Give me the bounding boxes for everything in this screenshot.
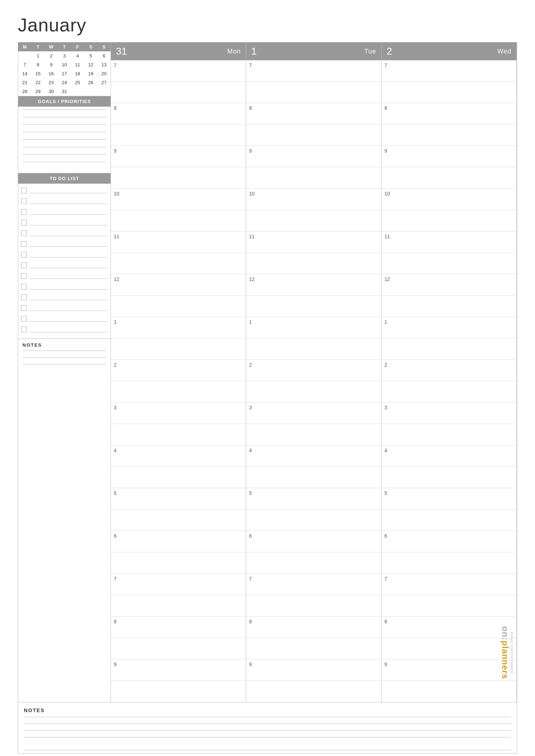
hour-slot-mon-10b[interactable] xyxy=(111,210,246,231)
todo-line-2[interactable] xyxy=(30,198,108,204)
hour-slot-mon-7b[interactable] xyxy=(111,82,246,103)
hour-slot-tue-1b[interactable] xyxy=(246,338,381,360)
todo-checkbox-13[interactable] xyxy=(21,316,27,322)
hour-slot-mon-7pb[interactable] xyxy=(111,595,246,617)
goal-line-7[interactable] xyxy=(22,154,106,155)
hour-slot-wed-12[interactable]: 12 xyxy=(382,274,516,296)
hour-slot-wed-9p[interactable]: 9 DOWNLOADED FROM on:planners xyxy=(382,659,516,681)
todo-line-5[interactable] xyxy=(30,230,108,236)
hour-slot-tue-1[interactable]: 1 xyxy=(246,317,381,338)
todo-line-7[interactable] xyxy=(30,252,108,257)
hour-slot-wed-3b[interactable] xyxy=(382,424,516,445)
todo-line-9[interactable] xyxy=(30,273,108,279)
hour-slot-mon-6b[interactable] xyxy=(111,552,246,574)
goal-line-5[interactable] xyxy=(22,139,106,140)
hour-slot-wed-1[interactable]: 1 xyxy=(382,317,516,338)
hour-slot-tue-9b[interactable] xyxy=(246,167,381,189)
hour-slot-mon-9[interactable]: 9 xyxy=(111,146,246,167)
hour-slot-mon-5b[interactable] xyxy=(111,510,246,531)
hour-slot-wed-8p[interactable]: 8 xyxy=(382,617,516,638)
bottom-notes-line-3[interactable] xyxy=(24,730,511,731)
hour-slot-wed-6b[interactable] xyxy=(382,552,516,574)
hour-slot-wed-11b[interactable] xyxy=(382,253,516,274)
hour-slot-mon-6[interactable]: 6 xyxy=(111,531,246,552)
hour-slot-mon-9b[interactable] xyxy=(111,167,246,189)
todo-checkbox-10[interactable] xyxy=(21,284,27,290)
todo-checkbox-2[interactable] xyxy=(21,198,27,204)
todo-line-10[interactable] xyxy=(30,284,108,290)
sidebar-notes-line-2[interactable] xyxy=(22,357,106,358)
hour-slot-mon-3b[interactable] xyxy=(111,424,246,445)
goal-line-1[interactable] xyxy=(22,109,106,110)
hour-slot-wed-9[interactable]: 9 xyxy=(382,146,516,167)
hour-slot-tue-9p[interactable]: 9 xyxy=(246,659,381,681)
hour-slot-mon-4[interactable]: 4 xyxy=(111,445,246,467)
hour-slot-tue-11[interactable]: 11 xyxy=(246,231,381,253)
hour-slot-mon-1[interactable]: 1 xyxy=(111,317,246,338)
bottom-notes-line-5[interactable] xyxy=(24,744,511,750)
hour-slot-mon-8b[interactable] xyxy=(111,124,246,146)
todo-checkbox-1[interactable] xyxy=(21,188,27,193)
todo-checkbox-8[interactable] xyxy=(21,262,27,268)
bottom-notes-line-2[interactable] xyxy=(24,724,511,724)
hour-slot-tue-5[interactable]: 5 xyxy=(246,488,381,510)
todo-checkbox-3[interactable] xyxy=(21,209,27,215)
todo-checkbox-4[interactable] xyxy=(21,220,27,225)
hour-slot-wed-4b[interactable] xyxy=(382,467,516,488)
goal-line-4[interactable] xyxy=(22,132,106,132)
hour-slot-tue-12b[interactable] xyxy=(246,296,381,317)
hour-slot-wed-8b[interactable] xyxy=(382,124,516,146)
goal-line-8[interactable] xyxy=(22,162,106,162)
hour-slot-tue-4[interactable]: 4 xyxy=(246,445,381,467)
hour-slot-wed-9b[interactable] xyxy=(382,167,516,189)
hour-slot-wed-5b[interactable] xyxy=(382,510,516,531)
hour-slot-wed-2b[interactable] xyxy=(382,381,516,403)
todo-checkbox-7[interactable] xyxy=(21,252,27,257)
todo-line-11[interactable] xyxy=(30,295,108,300)
hour-slot-mon-4b[interactable] xyxy=(111,467,246,488)
hour-slot-tue-6b[interactable] xyxy=(246,552,381,574)
todo-line-14[interactable] xyxy=(30,327,108,332)
hour-slot-tue-10b[interactable] xyxy=(246,210,381,231)
hour-slot-tue-8b[interactable] xyxy=(246,124,381,146)
todo-checkbox-6[interactable] xyxy=(21,241,27,247)
hour-slot-tue-8p[interactable]: 8 xyxy=(246,617,381,638)
todo-checkbox-11[interactable] xyxy=(21,295,27,300)
hour-slot-mon-9pb[interactable] xyxy=(111,681,246,702)
hour-slot-tue-11b[interactable] xyxy=(246,253,381,274)
hour-slot-wed-4[interactable]: 4 xyxy=(382,445,516,467)
hour-slot-mon-12[interactable]: 12 xyxy=(111,274,246,296)
hour-slot-mon-2b[interactable] xyxy=(111,381,246,403)
hour-slot-wed-9pb[interactable] xyxy=(382,681,516,702)
todo-checkbox-9[interactable] xyxy=(21,273,27,279)
hour-slot-wed-8pb[interactable] xyxy=(382,638,516,659)
hour-slot-tue-10[interactable]: 10 xyxy=(246,189,381,210)
hour-slot-tue-3b[interactable] xyxy=(246,424,381,445)
todo-line-1[interactable] xyxy=(30,188,108,193)
todo-line-8[interactable] xyxy=(30,262,108,268)
hour-slot-tue-9[interactable]: 9 xyxy=(246,146,381,167)
todo-line-12[interactable] xyxy=(30,305,108,311)
hour-slot-wed-6[interactable]: 6 xyxy=(382,531,516,552)
todo-line-4[interactable] xyxy=(30,220,108,225)
todo-line-3[interactable] xyxy=(30,209,108,215)
hour-slot-tue-7pb[interactable] xyxy=(246,595,381,617)
hour-slot-tue-8[interactable]: 8 xyxy=(246,103,381,124)
hour-slot-mon-1b[interactable] xyxy=(111,338,246,360)
hour-slot-tue-2b[interactable] xyxy=(246,381,381,403)
hour-slot-mon-8pb[interactable] xyxy=(111,638,246,659)
hour-slot-wed-7b[interactable] xyxy=(382,82,516,103)
hour-slot-tue-4b[interactable] xyxy=(246,467,381,488)
hour-slot-mon-10[interactable]: 10 xyxy=(111,189,246,210)
hour-slot-tue-12[interactable]: 12 xyxy=(246,274,381,296)
hour-slot-wed-12b[interactable] xyxy=(382,296,516,317)
hour-slot-mon-8p[interactable]: 8 xyxy=(111,617,246,638)
hour-slot-tue-5b[interactable] xyxy=(246,510,381,531)
hour-slot-wed-1b[interactable] xyxy=(382,338,516,360)
hour-slot-wed-7p[interactable]: 7 xyxy=(382,574,516,595)
hour-slot-wed-2[interactable]: 2 xyxy=(382,360,516,381)
hour-slot-mon-2[interactable]: 2 xyxy=(111,360,246,381)
bottom-notes-line-1[interactable] xyxy=(24,717,511,717)
hour-slot-mon-3[interactable]: 3 xyxy=(111,403,246,424)
hour-slot-wed-10b[interactable] xyxy=(382,210,516,231)
